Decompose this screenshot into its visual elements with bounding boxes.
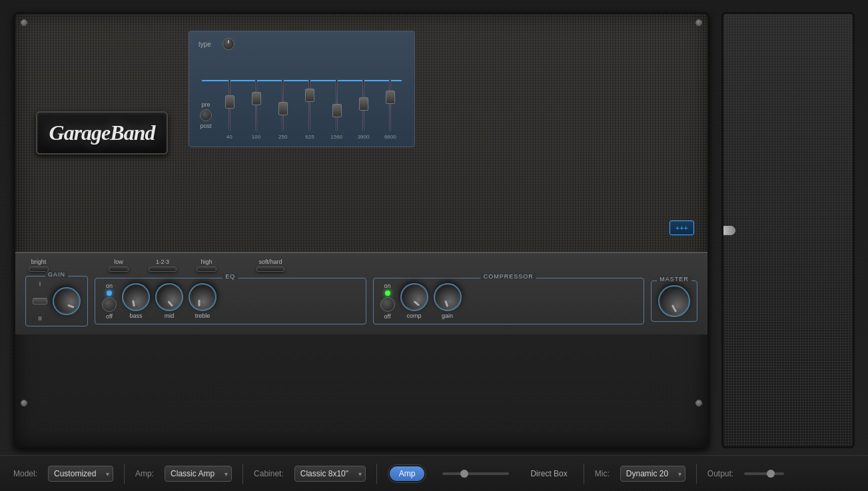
amp-direct-slider[interactable] bbox=[442, 472, 509, 475]
eq-thumb-3900[interactable] bbox=[359, 97, 368, 111]
knobs-row: GAIN I II EQ on bbox=[25, 276, 697, 326]
eq-switch[interactable] bbox=[102, 297, 117, 312]
mic-select-wrapper: Dynamic 20 bbox=[620, 466, 685, 482]
logo-area: GarageBand bbox=[29, 111, 175, 155]
compressor-section-box: COMPRESSOR on off comp bbox=[373, 278, 645, 324]
amp-select[interactable]: Classic Amp bbox=[165, 466, 232, 482]
gain-section-label: GAIN bbox=[45, 271, 68, 278]
channel-toggle[interactable] bbox=[149, 266, 177, 272]
direct-box-pill[interactable]: Direct Box bbox=[525, 466, 572, 481]
master-section-label: MASTER bbox=[657, 276, 691, 282]
comp-comp-knob[interactable] bbox=[396, 279, 432, 315]
eq-thumb-1560[interactable] bbox=[332, 104, 342, 117]
eq-type-label: type bbox=[199, 41, 217, 48]
eq-treble-knob[interactable] bbox=[183, 278, 221, 316]
comp-gain-knob[interactable] bbox=[431, 281, 464, 314]
eq-panel: type pre post bbox=[189, 31, 415, 147]
eq-treble-col: treble bbox=[189, 283, 217, 319]
eq-type-row: type bbox=[199, 38, 405, 50]
cabinet-label: Cabinet: bbox=[254, 469, 284, 478]
eq-thumb-40[interactable] bbox=[225, 95, 234, 109]
cabinet-select-wrapper: Classic 8x10" bbox=[294, 466, 366, 482]
eq-freq-3900: 3900 bbox=[358, 134, 370, 140]
gain-switch-col: I II bbox=[33, 280, 47, 322]
high-toggle-group: high bbox=[197, 258, 217, 272]
amp-bottom: bright low 1·2·3 bbox=[15, 252, 707, 334]
preset-button[interactable]: +++ bbox=[669, 221, 694, 235]
gain-knob-col bbox=[53, 287, 81, 315]
output-slider[interactable] bbox=[744, 472, 784, 475]
eq-thumb-250[interactable] bbox=[278, 102, 288, 115]
eq-thumb-6600[interactable] bbox=[386, 91, 395, 104]
model-select-wrapper: Customized bbox=[48, 466, 113, 482]
logo-text: GarageBand bbox=[49, 121, 155, 145]
eq-freq-100: 100 bbox=[252, 134, 260, 140]
eq-track-3900[interactable] bbox=[362, 78, 364, 131]
low-toggle[interactable] bbox=[109, 266, 129, 272]
softhard-toggle-group: soft/hard bbox=[256, 258, 284, 272]
screw-bl bbox=[21, 400, 27, 406]
eq-thumb-100[interactable] bbox=[252, 92, 261, 105]
eq-section-box: EQ on off bass mid bbox=[95, 278, 366, 324]
bright-label: bright bbox=[31, 258, 47, 265]
low-toggle-group: low bbox=[109, 258, 129, 272]
master-section-box: MASTER bbox=[651, 280, 697, 322]
model-label: Model: bbox=[13, 469, 37, 478]
master-knob-col bbox=[658, 285, 690, 317]
eq-track-40[interactable] bbox=[228, 78, 230, 131]
eq-slider-250: 250 bbox=[270, 78, 296, 140]
eq-pre-knob[interactable] bbox=[200, 109, 212, 121]
comp-on-label: on bbox=[384, 282, 390, 289]
eq-mid-col: mid bbox=[155, 283, 183, 319]
gain-knob[interactable] bbox=[47, 281, 86, 320]
gain-i-label: I bbox=[39, 280, 41, 287]
master-knob[interactable] bbox=[658, 285, 690, 317]
eq-type-knob[interactable] bbox=[222, 38, 234, 50]
eq-sliders-area: pre post 40 100 bbox=[199, 54, 405, 140]
comp-knob-col: comp bbox=[400, 283, 428, 319]
amp-pill[interactable]: Amp bbox=[390, 466, 425, 481]
separator-5 bbox=[696, 464, 697, 484]
compressor-section-label: COMPRESSOR bbox=[481, 273, 536, 280]
output-label: Output: bbox=[707, 469, 733, 478]
softhard-toggle[interactable] bbox=[256, 266, 284, 272]
eq-slider-625: 625 bbox=[296, 78, 323, 140]
model-select[interactable]: Customized bbox=[48, 466, 113, 482]
high-label: high bbox=[201, 258, 212, 265]
separator-1 bbox=[124, 464, 125, 484]
eq-freq-6600: 6600 bbox=[384, 134, 396, 140]
screw-br bbox=[695, 400, 702, 406]
eq-track-100[interactable] bbox=[255, 78, 257, 131]
comp-switch[interactable] bbox=[380, 297, 395, 312]
eq-freq-1560: 1560 bbox=[330, 134, 342, 140]
bright-toggle-group: bright bbox=[29, 258, 49, 272]
eq-led bbox=[107, 290, 112, 296]
speaker-grille bbox=[723, 14, 853, 446]
separator-4 bbox=[584, 464, 584, 484]
cabinet-select[interactable]: Classic 8x10" bbox=[294, 466, 366, 482]
high-toggle[interactable] bbox=[197, 266, 217, 272]
mic-select[interactable]: Dynamic 20 bbox=[620, 466, 685, 482]
comp-on-off-col: on off bbox=[380, 282, 395, 320]
eq-track-6600[interactable] bbox=[389, 78, 391, 131]
mic-label: Mic: bbox=[595, 469, 610, 478]
bottom-bar: Model: Customized Amp: Classic Amp Cabin… bbox=[0, 455, 868, 491]
eq-track-1560[interactable] bbox=[336, 78, 338, 131]
eq-thumb-625[interactable] bbox=[305, 89, 314, 102]
eq-bass-knob[interactable] bbox=[118, 279, 154, 315]
amp-direct-toggle: Amp bbox=[388, 464, 427, 483]
gain-switch[interactable] bbox=[33, 298, 47, 304]
channel-toggle-group: 1·2·3 bbox=[149, 258, 177, 272]
eq-freq-625: 625 bbox=[305, 134, 314, 140]
main-container: GarageBand type bbox=[0, 0, 868, 491]
eq-treble-label: treble bbox=[195, 312, 211, 319]
separator-3 bbox=[376, 464, 377, 484]
low-label: low bbox=[114, 258, 123, 265]
eq-track-250[interactable] bbox=[282, 78, 284, 131]
comp-gain-label: gain bbox=[442, 312, 453, 319]
eq-slider-100: 100 bbox=[242, 78, 269, 140]
eq-track-625[interactable] bbox=[308, 78, 310, 131]
speaker-section bbox=[721, 12, 855, 448]
channel-label: 1·2·3 bbox=[156, 258, 169, 265]
eq-mid-knob[interactable] bbox=[153, 281, 186, 314]
